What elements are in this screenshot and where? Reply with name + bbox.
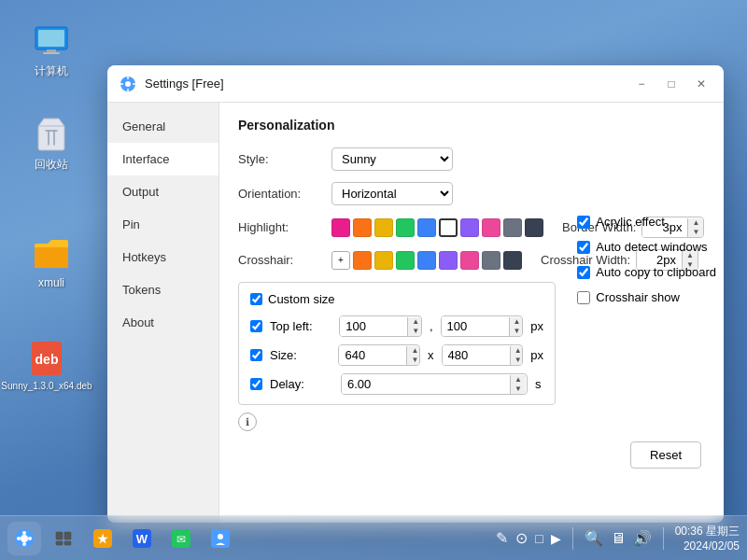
orientation-select[interactable]: Horizontal Vertical: [331, 182, 453, 205]
taskbar-icon-pen[interactable]: ✎: [496, 529, 508, 547]
top-left-y-up[interactable]: ▲: [510, 317, 524, 327]
folder-icon: [33, 235, 70, 273]
auto-detect-wrap[interactable]: Auto detect windows: [577, 240, 716, 254]
highlight-color-5[interactable]: [439, 218, 458, 237]
recycle-icon: [33, 116, 70, 153]
highlight-color-2[interactable]: [374, 218, 393, 237]
desktop-icon-folder[interactable]: xmuli: [19, 231, 84, 293]
crosshair-show-label: Crosshair show: [596, 290, 680, 304]
highlight-color-1[interactable]: [353, 218, 372, 237]
deb-icon: deb: [28, 340, 65, 377]
size-h-up[interactable]: ▲: [511, 346, 524, 356]
acrylic-wrap[interactable]: Acrylic effect: [577, 215, 716, 229]
delay-input[interactable]: [342, 374, 510, 394]
taskbar-icon-monitor[interactable]: 🖥: [611, 530, 626, 547]
sidebar-item-hotkeys[interactable]: Hotkeys: [107, 241, 218, 273]
delay-down[interactable]: ▼: [511, 385, 526, 394]
taskbar-icon-search[interactable]: 🔍: [585, 529, 603, 547]
highlight-color-0[interactable]: [331, 218, 350, 237]
crosshair-color-3[interactable]: [396, 251, 415, 270]
sidebar-item-pin[interactable]: Pin: [107, 208, 218, 241]
highlight-color-8[interactable]: [503, 218, 522, 237]
delay-label[interactable]: Delay:: [270, 377, 333, 391]
crosshair-color-8[interactable]: [503, 251, 522, 270]
taskbar-app1-icon[interactable]: ★: [86, 522, 120, 555]
size-checkbox[interactable]: [250, 349, 262, 361]
sidebar-item-tokens[interactable]: Tokens: [107, 273, 218, 306]
size-w-wrap: ▲ ▼: [338, 344, 420, 366]
crosshair-color-6[interactable]: [460, 251, 479, 270]
top-left-checkbox[interactable]: [250, 320, 262, 332]
desktop-icon-recycle[interactable]: 回收站: [19, 112, 84, 176]
reset-button[interactable]: Reset: [630, 441, 701, 469]
minimize-button[interactable]: −: [630, 73, 653, 95]
top-left-x-down[interactable]: ▼: [408, 327, 422, 336]
top-left-label[interactable]: Top left:: [270, 319, 331, 333]
highlight-color-9[interactable]: [525, 218, 543, 237]
crosshair-color-2[interactable]: [374, 251, 393, 270]
close-button[interactable]: ✕: [690, 73, 712, 95]
taskbar-app4-icon[interactable]: [204, 522, 237, 555]
top-left-x-up[interactable]: ▲: [408, 317, 422, 327]
taskbar-left: ★ W ✉: [7, 522, 237, 555]
size-label[interactable]: Size:: [270, 348, 331, 362]
crosshair-color-crosshair[interactable]: +: [331, 251, 350, 270]
size-h-down[interactable]: ▼: [511, 356, 524, 365]
top-left-x-input[interactable]: [340, 316, 407, 336]
taskbar-app3-icon[interactable]: ✉: [164, 522, 198, 555]
custom-size-checkbox[interactable]: [250, 293, 262, 305]
top-left-y-down[interactable]: ▼: [510, 327, 524, 336]
sidebar-item-about[interactable]: About: [107, 306, 218, 339]
size-w-input[interactable]: [339, 345, 406, 365]
highlight-color-3[interactable]: [396, 218, 415, 237]
auto-detect-checkbox[interactable]: [577, 241, 590, 254]
delay-checkbox[interactable]: [250, 378, 262, 390]
taskbar-files-icon[interactable]: [47, 522, 80, 555]
sidebar-item-output[interactable]: Output: [107, 175, 218, 208]
delay-up[interactable]: ▲: [511, 375, 526, 385]
highlight-color-4[interactable]: [417, 218, 436, 237]
sidebar-item-interface[interactable]: Interface: [107, 143, 218, 175]
desktop-icon-deb[interactable]: deb Sunny_1.3.0_x64.deb: [9, 336, 84, 395]
highlight-color-7[interactable]: [482, 218, 500, 237]
crosshair-color-1[interactable]: [353, 251, 372, 270]
taskbar-start-icon[interactable]: [7, 522, 41, 555]
crosshair-color-5[interactable]: [439, 251, 458, 270]
style-select[interactable]: Sunny Dark Light: [331, 147, 453, 171]
size-h-input[interactable]: [443, 345, 510, 365]
comma-label: ,: [430, 319, 433, 333]
style-row: Style: Sunny Dark Light: [238, 147, 705, 171]
folder-icon-label: xmuli: [38, 276, 64, 289]
desktop-icon-computer[interactable]: 计算机: [19, 19, 84, 83]
sidebar-item-general[interactable]: General: [107, 110, 218, 143]
crosshair-color-4[interactable]: [417, 251, 436, 270]
delay-row: Delay: ▲ ▼ s: [250, 373, 543, 395]
maximize-button[interactable]: □: [660, 73, 683, 95]
orientation-label: Orientation:: [238, 187, 331, 201]
svg-point-9: [21, 535, 28, 542]
svg-text:W: W: [136, 532, 148, 546]
clock-time: 00:36 星期三: [675, 524, 740, 539]
crosshair-color-7[interactable]: [482, 251, 500, 270]
taskbar-icon-circle[interactable]: ⊙: [515, 529, 528, 547]
size-w-up[interactable]: ▲: [407, 346, 420, 356]
taskbar-app2-icon[interactable]: W: [125, 522, 159, 555]
computer-icon: [33, 22, 70, 60]
taskbar-icon-files2[interactable]: □: [535, 531, 543, 546]
main-content: Personalization Style: Sunny Dark Light …: [219, 103, 724, 523]
auto-copy-wrap[interactable]: Auto copy to clipboard: [577, 265, 716, 279]
crosshair-show-wrap[interactable]: Crosshair show: [577, 290, 716, 304]
crosshair-show-checkbox[interactable]: [577, 291, 590, 304]
highlight-color-6[interactable]: [460, 218, 479, 237]
info-icon[interactable]: ℹ: [238, 413, 257, 431]
taskbar-right: ✎ ⊙ □ ▶ 🔍 🖥 🔊 00:36 星期三 2024/02/05: [496, 524, 740, 553]
size-w-down[interactable]: ▼: [407, 356, 420, 365]
svg-text:deb: deb: [35, 352, 59, 367]
auto-copy-checkbox[interactable]: [577, 266, 590, 279]
acrylic-checkbox[interactable]: [577, 216, 590, 229]
taskbar-icon-volume[interactable]: 🔊: [633, 529, 652, 547]
custom-size-label[interactable]: Custom size: [268, 292, 335, 306]
top-left-y-input[interactable]: [442, 316, 509, 336]
taskbar-icon-play[interactable]: ▶: [551, 531, 561, 546]
svg-rect-16: [56, 541, 63, 545]
